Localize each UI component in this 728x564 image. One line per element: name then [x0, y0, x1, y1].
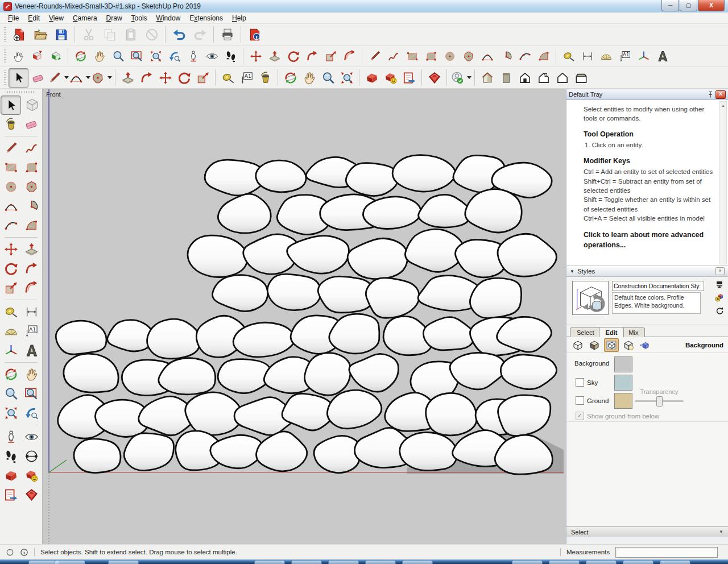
stone[interactable]: [233, 322, 295, 357]
stone[interactable]: [218, 359, 272, 393]
eraser-button[interactable]: [28, 69, 47, 87]
stone[interactable]: [498, 234, 556, 276]
stone[interactable]: [327, 390, 381, 429]
create-new-style-button[interactable]: [714, 293, 725, 303]
transparency-slider-thumb[interactable]: [656, 396, 663, 407]
account-button[interactable]: [450, 69, 471, 87]
dropdown-arrow-icon[interactable]: [107, 76, 112, 79]
print-button[interactable]: [217, 26, 238, 44]
taskbar-app-button[interactable]: [512, 560, 543, 564]
advanced-operations-link[interactable]: Click to learn about more advanced opera…: [584, 230, 717, 251]
watermark-settings-button[interactable]: [622, 339, 635, 351]
3d-text-button[interactable]: [653, 47, 672, 65]
red-component-tool-button[interactable]: [27, 47, 46, 65]
tab-select[interactable]: Select: [570, 327, 601, 337]
zoom-tool-button[interactable]: [1, 384, 20, 403]
show-ground-checkbox[interactable]: ✓: [576, 412, 584, 420]
stone[interactable]: [450, 353, 506, 389]
secondary-pane-toggle-button[interactable]: [714, 280, 725, 291]
dimension-button[interactable]: [578, 47, 597, 65]
undo-button[interactable]: [168, 26, 189, 44]
tray-title-bar[interactable]: Default Tray X: [566, 89, 728, 100]
make-component-tool-button[interactable]: [22, 96, 42, 114]
extension-warehouse-button[interactable]: [425, 69, 444, 87]
orbit-tool-button[interactable]: [1, 365, 20, 383]
palette-drag-handle[interactable]: [6, 91, 36, 93]
zoom-window-button[interactable]: [127, 47, 146, 65]
view-iso-button[interactable]: [478, 69, 497, 87]
zoom-extents-button[interactable]: [337, 69, 356, 87]
scale-button[interactable]: [193, 69, 212, 87]
arc-filled-tool-button[interactable]: [22, 216, 41, 234]
position-camera-button[interactable]: [184, 47, 202, 65]
menu-view[interactable]: View: [44, 13, 68, 23]
zoom-extents-tool-button[interactable]: [1, 404, 20, 422]
rotate-button[interactable]: [284, 47, 303, 65]
walk-tool-button[interactable]: [1, 447, 20, 465]
view-right-button[interactable]: [572, 69, 590, 87]
view-top-button[interactable]: [497, 69, 515, 87]
polygon-button[interactable]: [459, 47, 478, 65]
modeling-settings-button[interactable]: [638, 339, 652, 351]
pan-button[interactable]: [300, 69, 318, 87]
stone[interactable]: [212, 275, 267, 312]
styles-panel-header[interactable]: ▼ Styles x: [566, 266, 728, 277]
measurements-input[interactable]: [615, 547, 718, 558]
green-component-tool-button[interactable]: [46, 47, 65, 65]
push-pull-button[interactable]: [265, 47, 284, 65]
view-left-button[interactable]: [553, 69, 572, 87]
zoom-button[interactable]: [318, 69, 337, 87]
line-tool-button[interactable]: [1, 139, 20, 157]
model-info-button[interactable]: [244, 26, 265, 44]
stone[interactable]: [218, 194, 271, 233]
extension-warehouse-tool-button[interactable]: [22, 486, 41, 504]
tape-measure-button[interactable]: [218, 69, 237, 87]
stone[interactable]: [74, 439, 121, 473]
taskbar-app-button[interactable]: [586, 560, 617, 564]
share-model-button[interactable]: [381, 69, 400, 87]
follow-me-button[interactable]: [303, 47, 321, 65]
stone[interactable]: [426, 393, 477, 435]
sky-color-swatch[interactable]: [614, 375, 632, 391]
ground-color-swatch[interactable]: [614, 393, 632, 409]
background-color-swatch[interactable]: [614, 356, 632, 372]
freehand-tool-button[interactable]: [22, 139, 41, 157]
stone[interactable]: [348, 238, 407, 279]
paint-bucket-button[interactable]: [256, 69, 275, 87]
edge-settings-button[interactable]: [571, 339, 585, 351]
position-camera-tool-button[interactable]: [1, 428, 20, 446]
protractor-tool-button[interactable]: [1, 322, 20, 340]
new-button[interactable]: [9, 26, 30, 44]
view-front-button[interactable]: [515, 69, 534, 87]
taskbar-app-button[interactable]: [402, 560, 433, 564]
pie-tool-button[interactable]: [22, 197, 41, 215]
zoom-button[interactable]: [109, 47, 127, 65]
transparency-slider[interactable]: [635, 400, 684, 402]
move-button[interactable]: [156, 69, 175, 87]
stone[interactable]: [465, 189, 522, 233]
pan-button[interactable]: [90, 47, 109, 65]
taskbar-app-button[interactable]: [291, 560, 322, 564]
tray-close-icon[interactable]: X: [715, 90, 726, 99]
minimize-button[interactable]: ─: [661, 0, 679, 11]
protractor-button[interactable]: [597, 47, 615, 65]
taskbar-app-button[interactable]: [108, 560, 139, 564]
stone[interactable]: [267, 274, 321, 310]
send-to-layout-tool-button[interactable]: [1, 486, 20, 504]
stone[interactable]: [304, 353, 350, 396]
menu-tools[interactable]: Tools: [127, 13, 152, 23]
rectangle-button[interactable]: [403, 47, 421, 65]
stone[interactable]: [64, 354, 118, 392]
circle-tool-button[interactable]: [1, 177, 20, 196]
instructor-scrollbar[interactable]: ▲: [719, 101, 727, 264]
text-tool-button[interactable]: A1: [22, 322, 41, 340]
shapes-button[interactable]: [90, 69, 112, 87]
eraser-tool-button[interactable]: [22, 115, 41, 133]
styles-close-icon[interactable]: x: [715, 267, 725, 275]
stone[interactable]: [392, 155, 456, 192]
text-button[interactable]: A1: [615, 47, 634, 65]
stone[interactable]: [107, 320, 154, 351]
zoom-window-tool-button[interactable]: [22, 384, 41, 403]
line-button[interactable]: [47, 69, 69, 87]
dropdown-arrow-icon[interactable]: [467, 76, 471, 79]
